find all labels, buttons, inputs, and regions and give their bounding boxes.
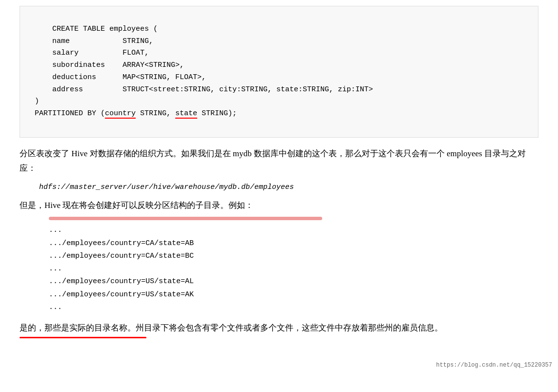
list-item: .../employees/country=US/state=AK xyxy=(49,289,538,301)
bottom-squiggle xyxy=(20,337,146,338)
list-item: ... xyxy=(49,224,538,237)
prose3-text: 是的，那些是实际的目录名称。州目录下将会包含有零个文件或者多个文件，这些文件中存… xyxy=(20,323,443,332)
code-line-7: ) xyxy=(35,97,39,105)
code-line-6: address STRUCT<street:STRING, city:STRIN… xyxy=(35,85,373,94)
list-item: ... xyxy=(49,301,538,314)
country-underline: country xyxy=(105,109,136,119)
code-line-3: salary FLOAT, xyxy=(35,49,149,57)
list-item: .../employees/country=CA/state=AB xyxy=(49,237,538,250)
list-item: .../employees/country=US/state=AL xyxy=(49,275,538,288)
prose-paragraph-2: 但是，Hive 现在将会创建好可以反映分区结构的子目录。例如： xyxy=(20,198,538,213)
prose-paragraph-3: 是的，那些是实际的目录名称。州目录下将会包含有零个文件或者多个文件，这些文件中存… xyxy=(20,321,538,338)
hdfs-path: hdfs://master_server/user/hive/warehouse… xyxy=(39,183,538,191)
page-container: CREATE TABLE employees ( name STRING, sa… xyxy=(0,0,558,372)
list-item: ... xyxy=(49,263,538,275)
code-line-1: CREATE TABLE employees ( xyxy=(52,25,158,33)
state-underline: state xyxy=(175,109,197,119)
code-line-5: deductions MAP<STRING, FLOAT>, xyxy=(35,73,206,82)
code-list: ... .../employees/country=CA/state=AB ..… xyxy=(49,224,538,314)
code-line-2: name STRING, xyxy=(35,37,153,45)
prose-paragraph-1: 分区表改变了 Hive 对数据存储的组织方式。如果我们是在 mydb 数据库中创… xyxy=(20,146,538,176)
list-item: .../employees/country=CA/state=BC xyxy=(49,250,538,263)
code-line-4: subordinates ARRAY<STRING>, xyxy=(35,61,184,69)
pink-highlight-bar xyxy=(49,217,322,220)
code-line-8: PARTITIONED BY (country STRING, state ST… xyxy=(35,109,237,119)
prose2-text: 但是，Hive 现在将会创建好可以反映分区结构的子目录。例如： xyxy=(20,201,253,210)
footer-url: https://blog.csdn.net/qq_15220357 xyxy=(436,362,552,369)
code-block: CREATE TABLE employees ( name STRING, sa… xyxy=(20,6,538,138)
